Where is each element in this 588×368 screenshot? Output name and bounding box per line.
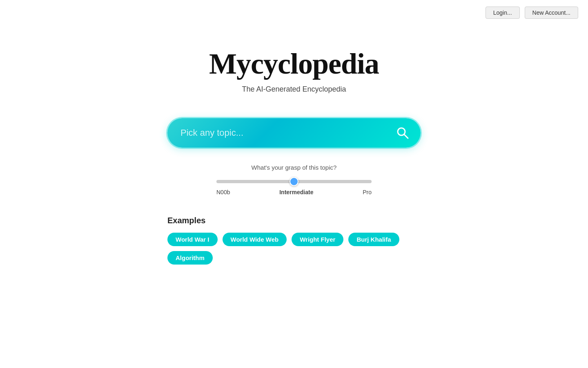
examples-section: Examples World War IWorld Wide WebWright… — [167, 216, 421, 265]
example-tag[interactable]: World Wide Web — [223, 233, 287, 246]
login-button[interactable]: Login... — [486, 7, 520, 19]
new-account-button[interactable]: New Account... — [525, 7, 578, 19]
knowledge-slider[interactable] — [216, 180, 372, 183]
search-input[interactable] — [167, 118, 421, 148]
knowledge-section: What's your grasp of this topic? N00b In… — [212, 164, 376, 195]
svg-line-1 — [404, 135, 408, 138]
slider-labels: N00b Intermediate Pro — [216, 189, 372, 195]
knowledge-question: What's your grasp of this topic? — [252, 164, 337, 171]
slider-label-intermediate: Intermediate — [279, 189, 313, 195]
example-tag[interactable]: Burj Khalifa — [348, 233, 399, 246]
main-content: Mycyclopedia The AI-Generated Encycloped… — [0, 0, 588, 265]
search-button[interactable] — [392, 122, 413, 144]
slider-label-noob: N00b — [216, 189, 230, 195]
slider-container: N00b Intermediate Pro — [216, 177, 372, 195]
examples-title: Examples — [167, 216, 421, 225]
header: Login... New Account... — [476, 0, 588, 25]
example-tag[interactable]: World War I — [167, 233, 218, 246]
app-title: Mycyclopedia — [209, 49, 379, 79]
search-container — [167, 118, 421, 148]
examples-tags: World War IWorld Wide WebWright FlyerBur… — [167, 233, 421, 265]
search-icon — [395, 126, 410, 140]
example-tag[interactable]: Algorithm — [167, 251, 213, 265]
slider-label-pro: Pro — [363, 189, 372, 195]
example-tag[interactable]: Wright Flyer — [292, 233, 343, 246]
app-subtitle: The AI-Generated Encyclopedia — [242, 85, 346, 94]
